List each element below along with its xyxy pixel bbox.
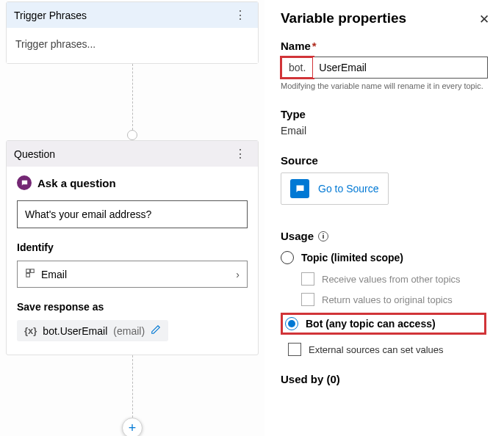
external-sources-checkbox[interactable]: External sources can set values (281, 339, 488, 360)
checkbox-icon (301, 293, 314, 306)
type-value: Email (281, 125, 488, 137)
name-input-row: bot. (281, 57, 488, 79)
pencil-icon[interactable] (151, 324, 161, 337)
usage-bot-label: Bot (any topic can access) (306, 318, 436, 330)
svg-rect-0 (26, 269, 30, 273)
variable-type: (email) (113, 325, 145, 337)
checkbox-icon (288, 343, 301, 356)
save-response-label: Save response as (17, 301, 248, 313)
usage-label-row: Usage i (281, 230, 488, 242)
more-icon[interactable]: ⋮ (230, 145, 251, 162)
trigger-header: Trigger Phrases ⋮ (7, 2, 258, 28)
question-prompt-input[interactable]: What's your email address? (17, 200, 248, 228)
name-hint: Modifying the variable name will rename … (281, 81, 488, 90)
source-icon (290, 179, 309, 198)
source-label: Source (281, 154, 488, 167)
go-to-source-button[interactable]: Go to Source (281, 172, 389, 205)
chevron-right-icon: › (236, 269, 240, 280)
properties-panel: ✕ Variable properties Name* bot. Modifyi… (264, 0, 504, 436)
variable-chip[interactable]: {x} bot.UserEmail (email) (17, 320, 168, 341)
return-values-checkbox: Return values to original topics (281, 289, 488, 310)
radio-icon (281, 251, 294, 264)
close-icon[interactable]: ✕ (479, 12, 489, 27)
receive-values-label: Receive values from other topics (322, 274, 461, 285)
canvas-panel: Trigger Phrases ⋮ Trigger phrases... Que… (0, 0, 264, 436)
identify-value: Email (41, 269, 67, 280)
info-icon[interactable]: i (318, 231, 328, 241)
usage-topic-radio[interactable]: Topic (limited scope) (281, 247, 488, 269)
usage-topic-label: Topic (limited scope) (301, 252, 403, 264)
entity-icon (25, 268, 35, 280)
required-asterisk: * (312, 40, 317, 52)
question-header-title: Question (14, 148, 55, 160)
radio-icon (285, 317, 298, 330)
checkbox-icon (301, 272, 314, 286)
question-node[interactable]: Question ⋮ Ask a question What's your em… (6, 140, 259, 355)
variable-icon: {x} (24, 325, 37, 336)
receive-values-checkbox: Receive values from other topics (281, 269, 488, 289)
identify-label: Identify (17, 241, 248, 253)
add-node-button[interactable]: + (122, 418, 143, 436)
connector (132, 64, 133, 130)
chat-icon (17, 175, 32, 190)
source-link-text: Go to Source (318, 183, 379, 195)
type-label: Type (281, 108, 488, 120)
panel-title: Variable properties (281, 10, 488, 26)
question-body: Ask a question What's your email address… (7, 167, 258, 355)
usage-bot-radio[interactable]: Bot (any topic can access) (285, 317, 436, 330)
connector (132, 355, 133, 418)
return-values-label: Return values to original topics (322, 294, 453, 305)
usage-label: Usage (281, 230, 314, 242)
variable-name: bot.UserEmail (43, 325, 107, 337)
question-title: Ask a question (37, 177, 116, 189)
svg-rect-2 (26, 274, 30, 277)
more-icon[interactable]: ⋮ (230, 7, 251, 23)
name-input[interactable] (313, 57, 487, 78)
trigger-title: Trigger Phrases (14, 10, 87, 21)
usedby-label: Used by (0) (281, 373, 488, 385)
external-sources-label: External sources can set values (309, 344, 444, 355)
trigger-node[interactable]: Trigger Phrases ⋮ Trigger phrases... (6, 1, 259, 64)
connector-dot (127, 130, 137, 140)
trigger-body[interactable]: Trigger phrases... (7, 28, 258, 63)
name-prefix: bot. (281, 57, 313, 78)
question-header: Question ⋮ (7, 141, 258, 167)
name-label: Name* (281, 40, 488, 52)
svg-rect-1 (31, 269, 35, 273)
question-title-row: Ask a question (17, 175, 248, 190)
identify-select[interactable]: Email › (17, 261, 248, 288)
